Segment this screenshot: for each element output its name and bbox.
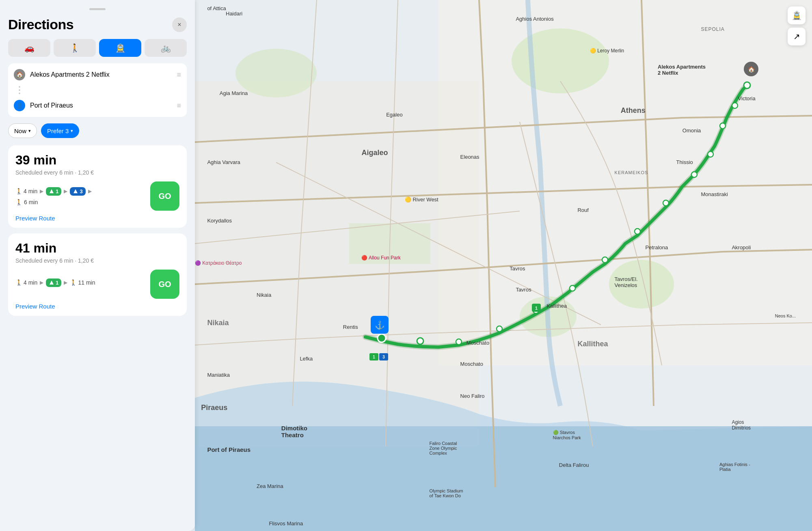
- transport-mode-tabs: 🚗 🚶 🚊 🚲: [8, 39, 187, 57]
- svg-point-9: [732, 103, 738, 108]
- tab-transit[interactable]: 🚊: [99, 39, 141, 57]
- tab-bike[interactable]: 🚲: [145, 39, 187, 57]
- prefer-chevron: ▾: [71, 128, 73, 134]
- extra-walk-time: 6 min: [24, 199, 38, 205]
- separator-dot: [19, 86, 20, 88]
- walk3-time: 11 min: [78, 279, 95, 286]
- walk2-time: 4 min: [24, 279, 37, 286]
- tab-walk[interactable]: 🚶: [54, 39, 96, 57]
- metro-badge-green-1: 1: [46, 187, 61, 196]
- arrow-2: ▶: [64, 188, 67, 194]
- line3-num: 3: [80, 188, 82, 194]
- navigate-button[interactable]: ↗: [788, 28, 806, 45]
- prefer-button[interactable]: Prefer 3 ▾: [41, 123, 79, 138]
- svg-point-8: [744, 82, 750, 88]
- map-controls: 🚊 ↗: [788, 6, 806, 45]
- line1-num: 1: [56, 188, 58, 194]
- route-card-1: 39 min Scheduled every 6 min · 1,20 € 🚶 …: [8, 145, 187, 228]
- svg-text:🏠: 🏠: [748, 66, 755, 73]
- route-2-walk2: 🚶 11 min: [70, 279, 95, 286]
- svg-point-20: [417, 338, 423, 344]
- route-1-duration: 39 min: [15, 153, 179, 168]
- arrow-5: ▶: [64, 280, 67, 285]
- svg-text:1: 1: [535, 306, 538, 311]
- origin-drag-icon: ≡: [177, 71, 181, 79]
- walk-icon-4: 🚶: [70, 279, 77, 286]
- metro-badge-blue-1: 3: [70, 187, 85, 196]
- svg-point-5: [609, 260, 674, 309]
- svg-point-21: [378, 334, 386, 342]
- go-button-1[interactable]: GO: [150, 181, 179, 211]
- svg-point-18: [497, 326, 502, 332]
- svg-point-12: [691, 172, 697, 177]
- map-svg: .road { stroke: #d4c9b8; stroke-width: 2…: [195, 0, 812, 531]
- route-1-walk1: 🚶 4 min: [15, 188, 37, 194]
- svg-rect-1: [438, 0, 812, 365]
- route-1-extra-walk: 🚶 6 min: [15, 199, 150, 205]
- route-2-subtitle: Scheduled every 6 min · 1,20 €: [15, 257, 179, 264]
- preview-route-link-2[interactable]: Preview Route: [15, 303, 55, 310]
- origin-row: 🏠 Alekos Apartments 2 Netflix ≡: [8, 63, 187, 86]
- route-1-steps-row: 🚶 4 min ▶ 1 ▶ 3 ▶: [15, 187, 150, 196]
- svg-point-4: [235, 49, 317, 97]
- svg-point-15: [602, 257, 608, 263]
- locations-container: 🏠 Alekos Apartments 2 Netflix ≡ 👤 Port o…: [8, 63, 187, 117]
- header-row: Directions ×: [8, 17, 187, 32]
- separator-dot: [19, 89, 20, 91]
- origin-text[interactable]: Alekos Apartments 2 Netflix: [30, 71, 172, 78]
- svg-point-19: [456, 339, 462, 345]
- svg-point-16: [570, 285, 575, 291]
- preview-route-link-1[interactable]: Preview Route: [15, 215, 55, 222]
- drag-handle[interactable]: [89, 8, 106, 10]
- separator-dot: [19, 93, 20, 94]
- svg-point-13: [663, 200, 669, 206]
- svg-point-14: [635, 229, 640, 234]
- arrow-1: ▶: [40, 188, 43, 194]
- go-button-2[interactable]: GO: [150, 270, 179, 299]
- route-2-duration: 41 min: [15, 241, 179, 256]
- map-background[interactable]: .road { stroke: #d4c9b8; stroke-width: 2…: [195, 0, 812, 531]
- walk1-time: 4 min: [24, 188, 37, 194]
- options-row: Now ▾ Prefer 3 ▾: [8, 123, 187, 138]
- route-2-steps: 🚶 4 min ▶ 1 ▶ 🚶 11 min: [15, 278, 150, 290]
- route-2-steps-row: 🚶 4 min ▶ 1 ▶ 🚶 11 min: [15, 278, 150, 287]
- metro-badge-green-2: 1: [46, 278, 61, 287]
- sidebar: Directions × 🚗 🚶 🚊 🚲 🏠 Alekos Apartments…: [0, 0, 195, 531]
- time-label: Now: [14, 127, 26, 134]
- destination-row: 👤 Port of Piraeus ≡: [8, 94, 187, 117]
- route-card-2: 41 min Scheduled every 6 min · 1,20 € 🚶 …: [8, 233, 187, 316]
- route-1-subtitle: Scheduled every 6 min · 1,20 €: [15, 169, 179, 176]
- prefer-label: Prefer 3: [47, 127, 69, 134]
- transit-map-button[interactable]: 🚊: [788, 6, 806, 24]
- tab-car[interactable]: 🚗: [8, 39, 50, 57]
- arrow-4: ▶: [40, 280, 43, 285]
- destination-drag-icon: ≡: [177, 101, 181, 110]
- page-title: Directions: [8, 17, 73, 32]
- time-button[interactable]: Now ▾: [8, 123, 37, 138]
- svg-point-10: [720, 123, 726, 129]
- svg-point-11: [708, 151, 713, 157]
- destination-icon: 👤: [14, 100, 25, 111]
- origin-icon: 🏠: [14, 69, 25, 80]
- line1-num-2: 1: [56, 280, 58, 286]
- svg-text:1: 1: [373, 355, 375, 359]
- svg-text:⚓: ⚓: [375, 320, 385, 330]
- route-2-walk1: 🚶 4 min: [15, 279, 37, 286]
- svg-point-3: [512, 28, 609, 93]
- walk-icon-2: 🚶: [15, 199, 22, 205]
- map-area: .road { stroke: #d4c9b8; stroke-width: 2…: [195, 0, 812, 531]
- close-button[interactable]: ×: [172, 17, 187, 32]
- arrow-3: ▶: [88, 188, 92, 194]
- svg-text:3: 3: [382, 355, 385, 359]
- route-1-steps: 🚶 4 min ▶ 1 ▶ 3 ▶ 🚶: [15, 187, 150, 205]
- walk-icon: 🚶: [15, 188, 22, 194]
- destination-text[interactable]: Port of Piraeus: [30, 102, 172, 109]
- walk-icon-3: 🚶: [15, 279, 22, 286]
- time-chevron: ▾: [28, 128, 31, 134]
